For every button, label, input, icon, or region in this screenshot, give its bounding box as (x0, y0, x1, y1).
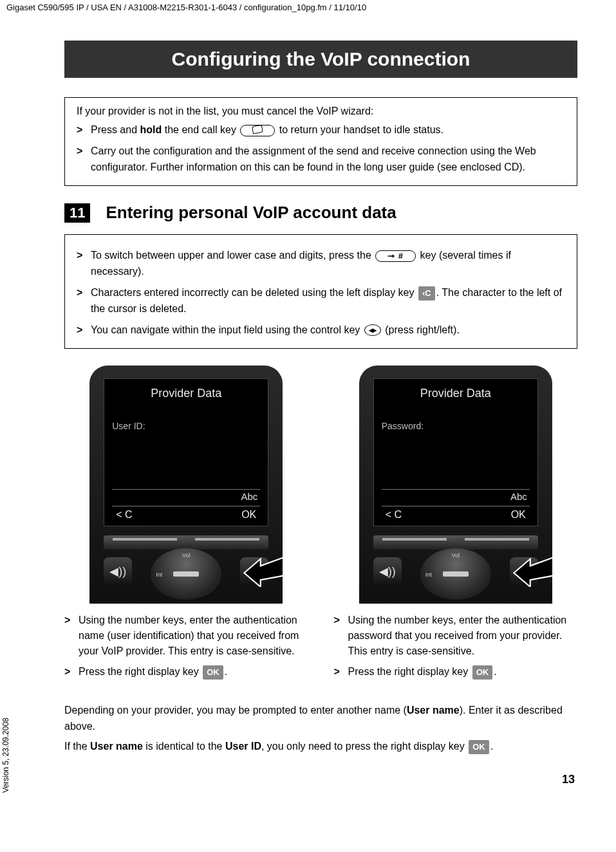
softkey-bar (104, 535, 268, 550)
info-box-input-tips: > To switch between upper and lower case… (64, 234, 577, 349)
box1-item-1: > Press and hold the end call key to ret… (77, 122, 565, 138)
phone-illustration-userid: Provider Data User ID: Abc < C OK (89, 366, 283, 604)
input-mode-indicator: Abc (112, 490, 260, 503)
box1-lead: If your provider is not in the list, you… (77, 106, 565, 117)
svg-marker-0 (245, 557, 283, 587)
ok-display-key-icon: OK (203, 665, 223, 680)
speaker-button: ◀)) (373, 557, 402, 586)
ok-display-key-icon: OK (472, 665, 493, 680)
page-number: 13 (64, 773, 577, 786)
box2-item-2: > Characters entered incorrectly can be … (77, 285, 565, 317)
doc-header-path: Gigaset C590/595 IP / USA EN / A31008-M2… (0, 0, 616, 15)
phone-screen: Provider Data Password: Abc < C OK (373, 378, 538, 526)
screen-field-label: Password: (382, 421, 530, 431)
hash-key-icon: ⊸ # (375, 250, 416, 262)
box1-item-2: > Carry out the configuration and the as… (77, 144, 565, 176)
control-dpad: Vol Int (151, 548, 221, 600)
left-instruction-1: > Using the number keys, enter the authe… (64, 613, 308, 659)
softkey-left-label: < C (116, 509, 132, 521)
softkey-right-label: OK (511, 509, 526, 521)
version-footer: Version 5, 23.09.2008 (1, 718, 10, 793)
step-heading: 11 Entering personal VoIP account data (64, 203, 577, 223)
page-title-banner: Configuring the VoIP connection (64, 41, 577, 78)
end-call-key-icon (240, 125, 275, 136)
speaker-button: ◀)) (104, 557, 132, 586)
phone-screen: Provider Data User ID: Abc < C OK (104, 378, 268, 526)
softkey-right-label: OK (241, 509, 256, 521)
control-key-icon: ◂▸ (364, 324, 381, 336)
bullet-marker: > (77, 144, 91, 176)
screen-title: Provider Data (112, 384, 260, 408)
right-instruction-1: > Using the number keys, enter the authe… (334, 613, 578, 659)
bullet-marker: > (77, 122, 91, 138)
svg-marker-1 (514, 557, 552, 587)
pointer-arrow-icon (240, 550, 283, 587)
control-dpad: Vol Int (420, 548, 491, 600)
bottom-paragraph-1: Depending on your provider, you may be p… (64, 703, 577, 735)
step-title: Entering personal VoIP account data (106, 203, 396, 223)
screen-field-label: User ID: (112, 421, 260, 431)
delete-display-key-icon: ‹C (418, 286, 435, 301)
pointer-arrow-icon (510, 550, 552, 587)
box2-item-1: > To switch between upper and lower case… (77, 248, 565, 280)
softkey-left-label: < C (386, 509, 402, 521)
phone-illustration-password: Provider Data Password: Abc < C OK (359, 366, 552, 604)
left-instruction-2: > Press the right display key OK. (64, 664, 308, 680)
screen-title: Provider Data (382, 384, 530, 408)
right-instruction-2: > Press the right display key OK. (334, 664, 578, 680)
box2-item-3: > You can navigate within the input fiel… (77, 322, 565, 338)
ok-display-key-icon: OK (469, 740, 489, 754)
input-mode-indicator: Abc (382, 490, 530, 503)
softkey-bar (373, 535, 538, 550)
step-number-badge: 11 (64, 203, 90, 223)
info-box-cancel-wizard: If your provider is not in the list, you… (64, 97, 577, 186)
bottom-paragraph-2: If the User name is identical to the Use… (64, 739, 577, 755)
